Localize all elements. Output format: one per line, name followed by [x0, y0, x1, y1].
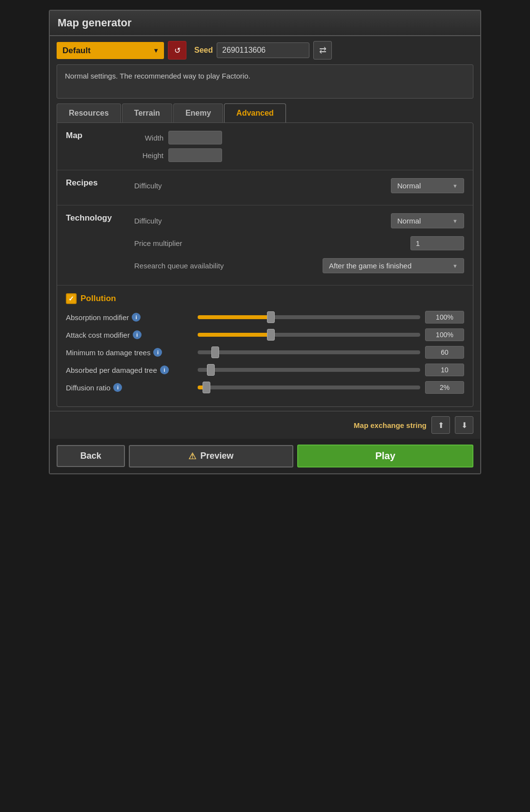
research-queue-dropdown[interactable]: After the game is finished — [323, 258, 464, 273]
min-damage-trees-value: 60 — [425, 346, 464, 359]
tech-difficulty-dropdown[interactable]: Normal — [391, 213, 464, 228]
absorption-modifier-value: 100% — [425, 311, 464, 324]
diffusion-ratio-label: Diffusion ratio — [66, 384, 110, 392]
absorbed-per-tree-slider[interactable] — [198, 368, 420, 372]
absorbed-per-tree-value: 10 — [425, 364, 464, 376]
seed-input[interactable] — [217, 42, 309, 58]
randomize-button[interactable]: ⇄ — [313, 41, 332, 60]
bottom-bar: Map exchange string ⬆ ⬇ — [50, 411, 480, 439]
width-label: Width — [134, 134, 163, 142]
tab-advanced[interactable]: Advanced — [224, 103, 285, 122]
min-damage-trees-info[interactable]: i — [153, 348, 162, 357]
preview-button[interactable]: ⚠ Preview — [129, 445, 293, 467]
technology-section: Technology Difficulty Normal Price multi… — [57, 205, 473, 285]
recipes-difficulty-row: Difficulty Normal — [134, 178, 464, 193]
attack-cost-modifier-row: Attack cost modifier i 100% — [66, 328, 464, 341]
window-title: Map generator — [58, 17, 132, 29]
absorption-modifier-label: Absorption modifier — [66, 313, 129, 322]
min-damage-trees-row: Minimum to damage trees i 60 — [66, 346, 464, 359]
absorbed-per-tree-label: Absorbed per damaged tree — [66, 366, 157, 374]
recipes-difficulty-label: Difficulty — [134, 182, 162, 190]
width-input[interactable] — [168, 131, 222, 144]
export-icon: ⬇ — [461, 421, 468, 430]
back-button[interactable]: Back — [57, 445, 125, 467]
import-icon: ⬆ — [438, 421, 444, 430]
min-damage-trees-thumb[interactable] — [211, 346, 219, 358]
recipes-section-title: Recipes — [66, 178, 134, 188]
reset-icon: ↺ — [174, 46, 181, 55]
attack-cost-modifier-info[interactable]: i — [133, 330, 142, 339]
map-height-row: Height — [134, 148, 464, 162]
absorption-modifier-thumb[interactable] — [267, 311, 275, 323]
pollution-enabled-checkbox[interactable] — [66, 293, 77, 304]
map-width-row: Width — [134, 131, 464, 144]
toolbar: Default Marathon Deathworld Custom ↺ See… — [50, 36, 480, 64]
min-damage-trees-label: Minimum to damage trees — [66, 348, 150, 357]
absorbed-per-tree-info[interactable]: i — [160, 365, 169, 374]
recipes-section: Recipes Difficulty Normal — [57, 170, 473, 205]
absorbed-per-tree-thumb[interactable] — [207, 364, 215, 376]
min-damage-trees-slider[interactable] — [198, 350, 420, 354]
technology-section-title: Technology — [66, 213, 134, 223]
absorbed-per-tree-row: Absorbed per damaged tree i 10 — [66, 364, 464, 376]
export-exchange-button[interactable]: ⬇ — [455, 416, 473, 434]
import-exchange-button[interactable]: ⬆ — [431, 416, 450, 434]
diffusion-ratio-row: Diffusion ratio i 2% — [66, 381, 464, 394]
exchange-label: Map exchange string — [354, 421, 427, 429]
preset-dropdown[interactable]: Default Marathon Deathworld Custom — [57, 42, 164, 59]
height-input[interactable] — [168, 148, 222, 162]
preset-dropdown-wrapper: Default Marathon Deathworld Custom — [57, 42, 164, 59]
content-area: Map Width Height Recipes — [57, 122, 473, 407]
attack-cost-modifier-thumb[interactable] — [267, 329, 275, 341]
diffusion-ratio-thumb[interactable] — [203, 382, 210, 393]
pollution-section: Pollution Absorption modifier i 100% Att… — [57, 285, 473, 406]
tech-difficulty-label: Difficulty — [134, 217, 162, 225]
map-generator-window: Map generator Default Marathon Deathworl… — [49, 10, 481, 474]
attack-cost-modifier-label: Attack cost modifier — [66, 331, 130, 339]
tech-price-row: Price multiplier — [134, 236, 464, 250]
tab-enemy[interactable]: Enemy — [173, 103, 223, 122]
map-section: Map Width Height — [57, 123, 473, 170]
absorption-modifier-row: Absorption modifier i 100% — [66, 311, 464, 324]
tab-terrain[interactable]: Terrain — [122, 103, 172, 122]
research-queue-row: Research queue availability After the ga… — [134, 258, 464, 273]
pollution-section-title: Pollution — [81, 294, 116, 304]
recipes-difficulty-dropdown[interactable]: Normal — [391, 178, 464, 193]
diffusion-ratio-info[interactable]: i — [113, 383, 122, 392]
play-button[interactable]: Play — [297, 445, 473, 467]
description-box: Normal settings. The recommended way to … — [57, 64, 473, 99]
attack-cost-modifier-value: 100% — [425, 328, 464, 341]
absorption-modifier-fill — [198, 315, 271, 319]
absorption-modifier-info[interactable]: i — [132, 313, 141, 322]
warn-icon: ⚠ — [188, 451, 196, 462]
tab-resources[interactable]: Resources — [57, 103, 121, 122]
map-section-title: Map — [66, 131, 134, 141]
title-bar: Map generator — [50, 11, 480, 36]
price-multiplier-input[interactable] — [410, 236, 464, 250]
attack-cost-modifier-slider[interactable] — [198, 333, 420, 337]
attack-cost-modifier-fill — [198, 333, 271, 337]
diffusion-ratio-slider[interactable] — [198, 386, 420, 389]
height-label: Height — [134, 151, 163, 160]
tech-difficulty-row: Difficulty Normal — [134, 213, 464, 228]
randomize-icon: ⇄ — [319, 45, 326, 56]
reset-button[interactable]: ↺ — [168, 41, 186, 60]
research-queue-label: Research queue availability — [134, 262, 224, 270]
seed-label: Seed — [194, 46, 213, 55]
tabs-bar: Resources Terrain Enemy Advanced — [57, 103, 473, 122]
absorption-modifier-slider[interactable] — [198, 315, 420, 319]
diffusion-ratio-value: 2% — [425, 381, 464, 394]
description-text: Normal settings. The recommended way to … — [65, 72, 250, 80]
footer: Back ⚠ Preview Play — [50, 439, 480, 473]
tech-price-label: Price multiplier — [134, 239, 182, 247]
